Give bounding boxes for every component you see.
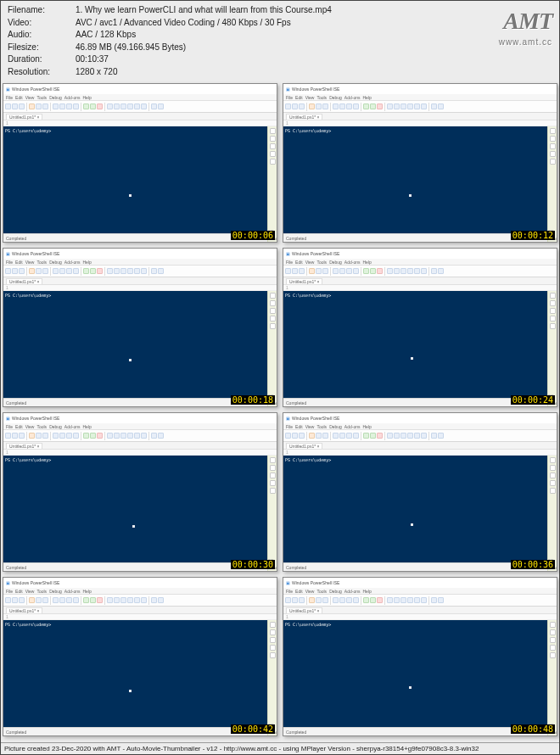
powershell-console[interactable]: PS C:\users\udemy> (3, 456, 267, 571)
menu-item[interactable]: File (6, 95, 13, 100)
toolbar-button[interactable] (407, 268, 413, 274)
toolbar-button[interactable] (53, 103, 59, 109)
toolbar-button[interactable] (83, 268, 89, 274)
toolbar-button[interactable] (414, 597, 420, 603)
toolbar-button[interactable] (120, 103, 126, 109)
toolbar-button[interactable] (285, 103, 291, 109)
menu-item[interactable]: Debug (329, 95, 342, 100)
toolbar-button[interactable] (309, 433, 315, 439)
addon-button[interactable] (270, 488, 276, 494)
toolbar-button[interactable] (120, 597, 126, 603)
toolbar-button[interactable] (90, 103, 96, 109)
toolbar-button[interactable] (309, 103, 315, 109)
toolbar-button[interactable] (370, 103, 376, 109)
addon-button[interactable] (550, 316, 556, 322)
toolbar-button[interactable] (36, 433, 42, 439)
toolbar-button[interactable] (141, 103, 147, 109)
toolbar-button[interactable] (421, 103, 427, 109)
toolbar-button[interactable] (5, 597, 11, 603)
toolbar-button[interactable] (292, 433, 298, 439)
menu-item[interactable]: Add-ons (344, 95, 361, 100)
addon-button[interactable] (270, 473, 276, 478)
menu-item[interactable]: Edit (295, 95, 303, 100)
addon-button[interactable] (550, 457, 556, 463)
toolbar-button[interactable] (438, 597, 444, 603)
addon-button[interactable] (270, 622, 276, 628)
toolbar-button[interactable] (5, 433, 11, 439)
toolbar-button[interactable] (407, 103, 413, 109)
addon-button[interactable] (270, 457, 276, 463)
addon-button[interactable] (550, 488, 556, 494)
toolbar-button[interactable] (363, 433, 369, 439)
toolbar-button[interactable] (333, 103, 339, 109)
menu-item[interactable]: Debug (329, 260, 342, 265)
addon-button[interactable] (270, 159, 276, 165)
powershell-console[interactable]: PS C:\users\udemy> (283, 620, 547, 735)
addon-button[interactable] (270, 151, 276, 157)
toolbar-button[interactable] (421, 268, 427, 274)
toolbar-button[interactable] (141, 597, 147, 603)
toolbar-button[interactable] (97, 103, 103, 109)
toolbar-button[interactable] (29, 268, 35, 274)
toolbar-button[interactable] (346, 597, 352, 603)
addon-button[interactable] (550, 652, 556, 658)
menubar[interactable]: FileEditViewToolsDebugAdd-onsHelp (3, 423, 277, 430)
addon-button[interactable] (550, 300, 556, 306)
toolbar-button[interactable] (97, 433, 103, 439)
toolbar-button[interactable] (292, 268, 298, 274)
addon-button[interactable] (550, 293, 556, 299)
addon-button[interactable] (550, 480, 556, 486)
menu-item[interactable]: Tools (316, 95, 327, 100)
toolbar-button[interactable] (151, 597, 157, 603)
menu-item[interactable]: Edit (15, 424, 23, 429)
menu-item[interactable]: Add-ons (64, 260, 81, 265)
editor-tab[interactable]: Untitled1.ps1* × (6, 278, 42, 284)
toolbar-button[interactable] (134, 597, 140, 603)
toolbar-button[interactable] (370, 433, 376, 439)
menu-item[interactable]: View (25, 589, 35, 594)
toolbar-button[interactable] (414, 268, 420, 274)
close-tab-icon[interactable]: × (36, 279, 39, 284)
menu-item[interactable]: Tools (316, 260, 327, 265)
toolbar-button[interactable] (309, 268, 315, 274)
toolbar-button[interactable] (400, 268, 406, 274)
menu-item[interactable]: File (286, 95, 293, 100)
toolbar-button[interactable] (322, 597, 328, 603)
toolbar-button[interactable] (353, 433, 359, 439)
toolbar-button[interactable] (414, 433, 420, 439)
menu-item[interactable]: Tools (36, 589, 47, 594)
menu-item[interactable]: Help (82, 589, 91, 594)
toolbar-button[interactable] (394, 597, 400, 603)
toolbar-button[interactable] (134, 268, 140, 274)
menu-item[interactable]: Add-ons (344, 589, 361, 594)
toolbar-button[interactable] (158, 103, 164, 109)
menu-item[interactable]: View (25, 424, 35, 429)
addon-button[interactable] (270, 465, 276, 471)
menu-item[interactable]: File (6, 260, 13, 265)
toolbar-button[interactable] (431, 433, 437, 439)
toolbar-button[interactable] (19, 433, 25, 439)
addon-button[interactable] (550, 128, 556, 134)
toolbar-button[interactable] (158, 268, 164, 274)
close-tab-icon[interactable]: × (316, 608, 319, 613)
editor-tab[interactable]: Untitled1.ps1* × (286, 278, 322, 284)
toolbar-button[interactable] (387, 103, 393, 109)
toolbar-button[interactable] (5, 268, 11, 274)
toolbar-button[interactable] (29, 433, 35, 439)
toolbar-button[interactable] (141, 268, 147, 274)
toolbar-button[interactable] (377, 433, 383, 439)
menu-item[interactable]: Edit (295, 424, 303, 429)
toolbar-button[interactable] (73, 597, 79, 603)
toolbar-button[interactable] (114, 597, 120, 603)
toolbar-button[interactable] (97, 597, 103, 603)
toolbar-button[interactable] (363, 268, 369, 274)
addon-button[interactable] (550, 151, 556, 157)
toolbar-button[interactable] (127, 597, 133, 603)
toolbar-button[interactable] (346, 268, 352, 274)
toolbar-button[interactable] (19, 103, 25, 109)
powershell-console[interactable]: PS C:\users\udemy> (3, 126, 267, 242)
editor-tab[interactable]: Untitled1.ps1* × (286, 114, 322, 120)
toolbar-button[interactable] (353, 103, 359, 109)
toolbar-button[interactable] (36, 597, 42, 603)
addon-button[interactable] (550, 629, 556, 635)
